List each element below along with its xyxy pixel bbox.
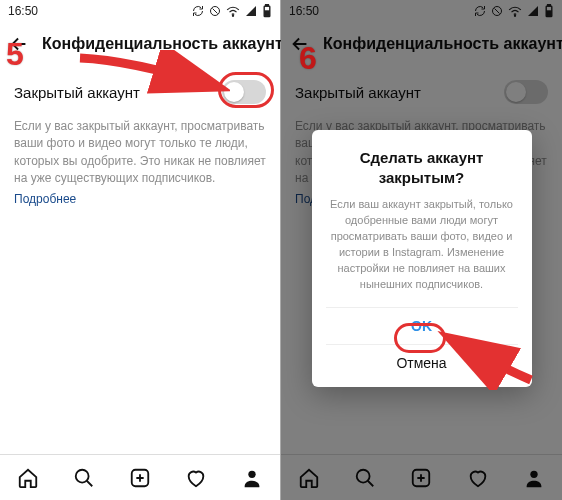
learn-more-link[interactable]: Подробнее bbox=[14, 192, 76, 206]
nav-home[interactable] bbox=[17, 467, 39, 489]
home-icon bbox=[298, 467, 320, 489]
private-account-label: Закрытый аккаунт bbox=[14, 84, 140, 101]
status-bar: 16:50 bbox=[0, 0, 280, 22]
bottom-nav bbox=[0, 454, 280, 500]
nav-profile[interactable] bbox=[523, 467, 545, 489]
heart-icon bbox=[185, 467, 207, 489]
svg-rect-11 bbox=[548, 5, 551, 6]
dialog-body: Если ваш аккаунт закрытый, только одобре… bbox=[326, 197, 518, 293]
private-account-toggle[interactable] bbox=[504, 80, 548, 104]
bottom-nav bbox=[281, 454, 562, 500]
signal-icon bbox=[245, 5, 257, 17]
wifi-icon bbox=[226, 5, 240, 17]
private-account-row: Закрытый аккаунт bbox=[295, 80, 548, 104]
page-title: Конфиденциальность аккаунта bbox=[323, 35, 562, 53]
nav-activity[interactable] bbox=[467, 467, 489, 489]
content: Закрытый аккаунт Если у вас закрытый акк… bbox=[0, 66, 280, 454]
dialog-title: Сделать аккаунт закрытым? bbox=[326, 148, 518, 187]
page-title: Конфиденциальность аккаунта bbox=[42, 35, 292, 53]
nav-activity[interactable] bbox=[185, 467, 207, 489]
status-icons bbox=[474, 4, 554, 18]
phone-left: 16:50 Конфиденциальность аккаунта Закрыт… bbox=[0, 0, 281, 500]
svg-point-9 bbox=[514, 15, 515, 16]
nav-add[interactable] bbox=[129, 467, 151, 489]
dialog-ok-button[interactable]: OK bbox=[326, 307, 518, 344]
svg-rect-4 bbox=[265, 11, 269, 16]
sync-icon bbox=[192, 5, 204, 17]
battery-icon bbox=[262, 4, 272, 18]
mute-icon bbox=[491, 5, 503, 17]
heart-icon bbox=[467, 467, 489, 489]
search-icon bbox=[73, 467, 95, 489]
dialog-cancel-button[interactable]: Отмена bbox=[326, 344, 518, 381]
status-time: 16:50 bbox=[289, 4, 319, 18]
status-bar: 16:50 bbox=[281, 0, 562, 22]
annotation-step-5: 5 bbox=[6, 36, 24, 73]
nav-search[interactable] bbox=[73, 467, 95, 489]
header: Конфиденциальность аккаунта bbox=[281, 22, 562, 66]
toggle-knob bbox=[506, 82, 526, 102]
svg-point-7 bbox=[248, 470, 255, 477]
home-icon bbox=[17, 467, 39, 489]
private-account-description: Если у вас закрытый аккаунт, просматрива… bbox=[14, 118, 266, 188]
svg-rect-3 bbox=[266, 5, 269, 6]
private-account-label: Закрытый аккаунт bbox=[295, 84, 421, 101]
sync-icon bbox=[474, 5, 486, 17]
confirm-dialog: Сделать аккаунт закрытым? Если ваш аккау… bbox=[312, 130, 532, 387]
status-icons bbox=[192, 4, 272, 18]
private-account-toggle[interactable] bbox=[222, 80, 266, 104]
status-time: 16:50 bbox=[8, 4, 38, 18]
nav-home[interactable] bbox=[298, 467, 320, 489]
svg-point-13 bbox=[357, 469, 370, 482]
svg-point-1 bbox=[232, 15, 233, 16]
svg-point-15 bbox=[530, 470, 537, 477]
add-icon bbox=[129, 467, 151, 489]
battery-icon bbox=[544, 4, 554, 18]
nav-profile[interactable] bbox=[241, 467, 263, 489]
search-icon bbox=[354, 467, 376, 489]
nav-add[interactable] bbox=[410, 467, 432, 489]
add-icon bbox=[410, 467, 432, 489]
phone-right: 16:50 Конфиденциальность аккаунта Закрыт… bbox=[281, 0, 562, 500]
annotation-step-6: 6 bbox=[299, 40, 317, 77]
wifi-icon bbox=[508, 5, 522, 17]
svg-point-5 bbox=[76, 469, 89, 482]
private-account-row: Закрытый аккаунт bbox=[14, 80, 266, 104]
nav-search[interactable] bbox=[354, 467, 376, 489]
profile-icon bbox=[241, 467, 263, 489]
mute-icon bbox=[209, 5, 221, 17]
header: Конфиденциальность аккаунта bbox=[0, 22, 280, 66]
toggle-knob bbox=[224, 82, 244, 102]
svg-rect-12 bbox=[547, 11, 551, 16]
signal-icon bbox=[527, 5, 539, 17]
profile-icon bbox=[523, 467, 545, 489]
